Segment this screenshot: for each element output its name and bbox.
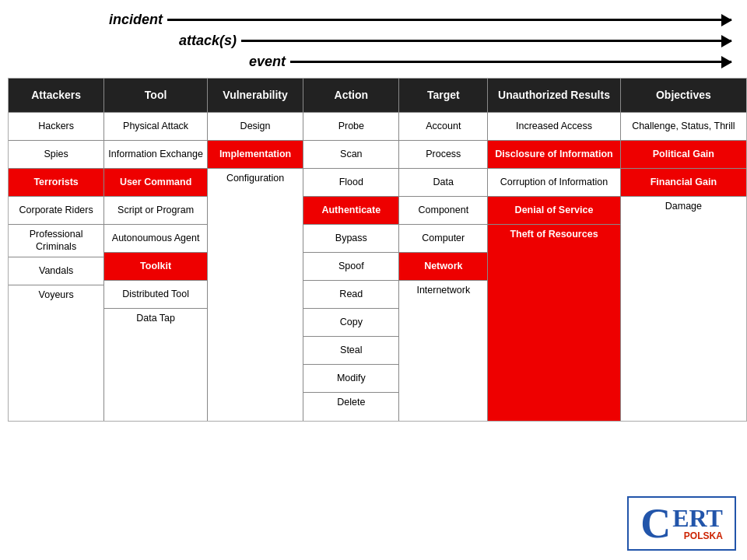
cell-target-3: Component	[399, 197, 487, 225]
cell-tool-2: User Command	[104, 169, 207, 197]
cell-unauthorized-3: Denial of Service	[488, 197, 620, 225]
cert-logo: C ERT POLSKA	[627, 496, 736, 551]
cell-target-2: Data	[399, 169, 487, 197]
cell-objectives-2: Financial Gain	[621, 169, 746, 197]
cell-vulnerability-2: Configuration	[208, 169, 303, 421]
incident-arrow	[167, 19, 731, 21]
cell-action-8: Steal	[303, 337, 398, 365]
cell-action-6: Read	[303, 281, 398, 309]
incident-label: incident	[109, 12, 163, 28]
col-attackers: AttackersHackersSpiesTerroristsCorporate…	[9, 79, 104, 421]
cell-target-4: Computer	[399, 225, 487, 253]
cell-action-0: Probe	[303, 113, 398, 141]
cell-action-10: Delete	[303, 393, 398, 421]
col-vulnerability: VulnerabilityDesignImplementationConfigu…	[208, 79, 303, 421]
event-arrow	[290, 61, 731, 63]
header-target: Target	[399, 79, 487, 113]
cell-unauthorized-2: Corruption of Information	[488, 169, 620, 197]
cell-tool-6: Distributed Tool	[104, 281, 207, 309]
attacks-label: attack(s)	[179, 33, 237, 49]
cert-c: C	[640, 502, 671, 544]
cell-objectives-3: Damage	[621, 197, 746, 421]
header-objectives: Objectives	[621, 79, 746, 113]
cell-target-6: Internetwork	[399, 281, 487, 421]
cell-action-1: Scan	[303, 141, 398, 169]
col-action: ActionProbeScanFloodAuthenticateBypassSp…	[303, 79, 399, 421]
cell-vulnerability-1: Implementation	[208, 141, 303, 169]
cell-tool-5: Toolkit	[104, 253, 207, 281]
event-label: event	[249, 54, 286, 70]
cell-action-9: Modify	[303, 365, 398, 393]
cell-action-5: Spoof	[303, 253, 398, 281]
cell-action-2: Flood	[303, 169, 398, 197]
cell-objectives-0: Challenge, Status, Thrill	[621, 113, 746, 141]
cell-objectives-1: Political Gain	[621, 141, 746, 169]
cell-action-4: Bypass	[303, 225, 398, 253]
header-tool: Tool	[104, 79, 207, 113]
cell-attackers-3: Corporate Riders	[9, 197, 103, 225]
cell-attackers-0: Hackers	[9, 113, 103, 141]
header-action: Action	[303, 79, 398, 113]
cert-ert: ERT	[672, 506, 723, 530]
cell-unauthorized-1: Disclosure of Information	[488, 141, 620, 169]
cell-tool-4: Autonoumous Agent	[104, 225, 207, 253]
cell-attackers-5: Vandals	[9, 257, 103, 285]
col-unauthorized: Unauthorized ResultsIncreased AccessDisc…	[488, 79, 621, 421]
cell-tool-3: Script or Program	[104, 197, 207, 225]
col-target: TargetAccountProcessDataComponentCompute…	[399, 79, 488, 421]
cell-action-3: Authenticate	[303, 197, 398, 225]
col-tool: ToolPhysical AttackInformation ExchangeU…	[104, 79, 208, 421]
col-objectives: ObjectivesChallenge, Status, ThrillPolit…	[621, 79, 746, 421]
cert-polska: POLSKA	[672, 530, 723, 541]
header-unauthorized: Unauthorized Results	[488, 79, 620, 113]
cell-target-1: Process	[399, 141, 487, 169]
cell-attackers-2: Terrorists	[9, 169, 103, 197]
cell-target-5: Network	[399, 253, 487, 281]
cell-unauthorized-4: Theft of Resources	[488, 225, 620, 421]
cell-unauthorized-0: Increased Access	[488, 113, 620, 141]
cell-tool-1: Information Exchange	[104, 141, 207, 169]
attacks-arrow	[241, 40, 731, 42]
main-table: AttackersHackersSpiesTerroristsCorporate…	[8, 78, 747, 422]
cell-attackers-1: Spies	[9, 141, 103, 169]
cell-target-0: Account	[399, 113, 487, 141]
cell-tool-7: Data Tap	[104, 309, 207, 421]
header-attackers: Attackers	[9, 79, 103, 113]
cell-tool-0: Physical Attack	[104, 113, 207, 141]
cell-attackers-6: Voyeurs	[9, 285, 103, 422]
cell-action-7: Copy	[303, 309, 398, 337]
cell-attackers-4: Professional Criminals	[9, 225, 103, 257]
cell-vulnerability-0: Design	[208, 113, 303, 141]
header-vulnerability: Vulnerability	[208, 79, 303, 113]
